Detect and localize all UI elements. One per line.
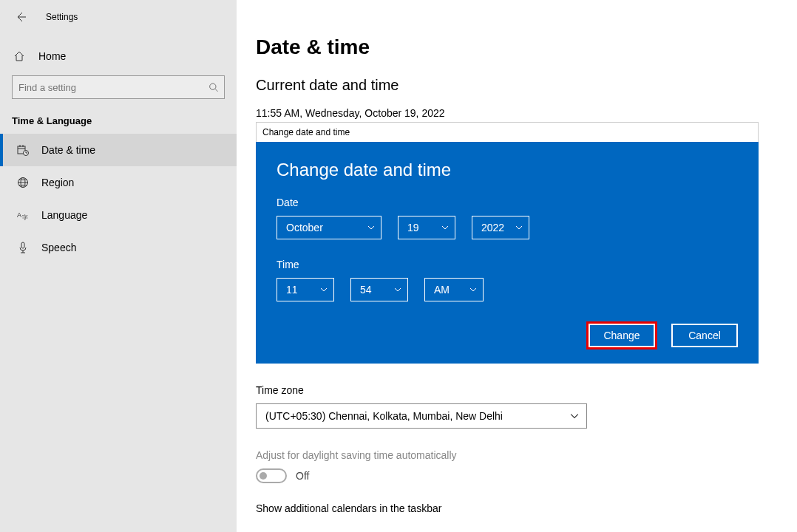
cancel-button[interactable]: Cancel: [671, 324, 738, 347]
chevron-down-icon: [367, 224, 375, 231]
microphone-icon: [17, 242, 29, 253]
hour-value: 11: [286, 284, 298, 296]
svg-text:字: 字: [22, 214, 28, 221]
sidebar-item-label: Language: [41, 209, 87, 221]
header-title: Settings: [46, 12, 78, 22]
sidebar-item-speech[interactable]: Speech: [0, 231, 237, 264]
change-date-time-dialog: Change date and time Change date and tim…: [256, 122, 759, 364]
search-input-container[interactable]: [12, 75, 225, 99]
chevron-down-icon: [570, 412, 579, 420]
minute-value: 54: [360, 284, 372, 296]
month-select[interactable]: October: [277, 216, 381, 239]
timezone-select[interactable]: (UTC+05:30) Chennai, Kolkata, Mumbai, Ne…: [256, 403, 587, 429]
current-datetime: 11:55 AM, Wednesday, October 19, 2022: [256, 107, 797, 119]
change-button[interactable]: Change: [589, 324, 655, 347]
search-icon: [208, 82, 218, 92]
sidebar: Settings Home Time & Language Date & tim…: [0, 0, 237, 532]
ampm-select[interactable]: AM: [424, 278, 484, 301]
year-value: 2022: [481, 222, 504, 233]
section-label: Time & Language: [0, 105, 237, 134]
sidebar-item-date-time[interactable]: Date & time: [0, 134, 237, 166]
sidebar-item-label: Date & time: [41, 144, 95, 156]
additional-calendars-label: Show additional calendars in the taskbar: [256, 502, 797, 514]
dst-label: Adjust for daylight saving time automati…: [256, 449, 797, 461]
year-select[interactable]: 2022: [472, 216, 529, 239]
day-value: 19: [407, 222, 419, 233]
calendar-clock-icon: [17, 144, 29, 156]
dst-toggle[interactable]: [256, 468, 287, 483]
date-label: Date: [277, 197, 738, 208]
ampm-value: AM: [434, 284, 450, 296]
day-select[interactable]: 19: [398, 216, 455, 239]
svg-point-0: [209, 83, 215, 89]
header: Settings: [0, 0, 237, 34]
svg-text:A: A: [17, 211, 21, 219]
svg-rect-7: [21, 242, 24, 248]
page-title: Date & time: [256, 35, 797, 59]
chevron-down-icon: [515, 224, 523, 231]
subtitle: Current date and time: [256, 77, 797, 94]
home-icon: [13, 50, 25, 62]
globe-icon: [17, 177, 29, 188]
chevron-down-icon: [320, 286, 328, 293]
main-content: Date & time Current date and time 11:55 …: [237, 0, 797, 532]
dialog-heading: Change date and time: [277, 160, 738, 180]
sidebar-item-label: Region: [41, 177, 74, 188]
dst-state: Off: [296, 470, 309, 482]
dialog-titlebar: Change date and time: [256, 122, 759, 142]
chevron-down-icon: [394, 286, 401, 293]
sidebar-item-language[interactable]: A字 Language: [0, 199, 237, 231]
hour-select[interactable]: 11: [277, 278, 334, 301]
timezone-value: (UTC+05:30) Chennai, Kolkata, Mumbai, Ne…: [265, 410, 503, 422]
timezone-label: Time zone: [256, 384, 797, 396]
minute-select[interactable]: 54: [350, 278, 408, 301]
language-icon: A字: [17, 209, 29, 221]
search-input[interactable]: [18, 82, 208, 93]
chevron-down-icon: [469, 286, 477, 293]
chevron-down-icon: [441, 224, 449, 231]
time-label: Time: [277, 259, 738, 270]
month-value: October: [286, 222, 323, 233]
sidebar-item-region[interactable]: Region: [0, 166, 237, 199]
home-label: Home: [38, 50, 66, 62]
home-link[interactable]: Home: [0, 43, 237, 69]
back-button[interactable]: [6, 2, 35, 32]
back-arrow-icon: [15, 11, 27, 23]
sidebar-item-label: Speech: [41, 242, 76, 253]
